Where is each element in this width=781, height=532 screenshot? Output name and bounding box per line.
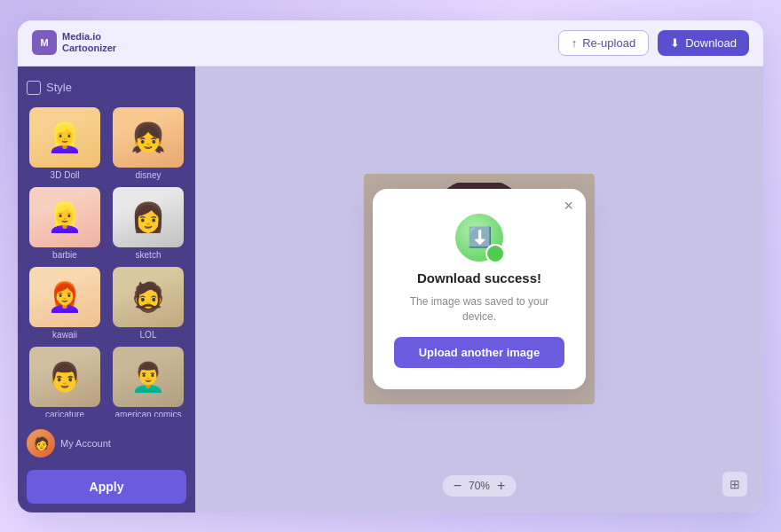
style-name-kawaii: kawaii bbox=[52, 330, 77, 340]
style-name-caricature: caricature bbox=[45, 410, 84, 417]
account-label: My Account bbox=[60, 438, 111, 449]
reupload-icon: ↑ bbox=[572, 36, 578, 50]
style-thumb-barbie: 👱‍♀️ bbox=[29, 187, 100, 247]
style-thumb-kawaii: 👩‍🦰 bbox=[29, 267, 100, 327]
download-success-modal: × ⬇️ ✓ Download success! The image was s… bbox=[373, 189, 586, 389]
logo-icon: M bbox=[32, 30, 57, 55]
account-area: 🧑 My Account bbox=[27, 426, 186, 461]
logo-text: Media.io Cartoonizer bbox=[62, 31, 116, 54]
modal-success-icon: ⬇️ ✓ bbox=[455, 214, 503, 262]
style-thumb-disney: 👧 bbox=[113, 107, 184, 168]
style-name-sketch: sketch bbox=[136, 250, 162, 260]
style-grid: 👱‍♀️3D Doll👧disney👱‍♀️barbie👩sketch👩‍🦰ka… bbox=[27, 107, 186, 417]
style-thumb-american-comics: 👨‍🦱 bbox=[113, 347, 184, 407]
modal-overlay: × ⬇️ ✓ Download success! The image was s… bbox=[195, 66, 763, 512]
download-button[interactable]: ⬇ Download bbox=[658, 30, 749, 56]
download-icon: ⬇ bbox=[670, 36, 680, 50]
modal-title: Download success! bbox=[417, 270, 541, 286]
top-actions: ↑ Re-upload ⬇ Download bbox=[558, 30, 749, 56]
style-thumb-caricature: 👨 bbox=[29, 347, 100, 407]
style-icon bbox=[27, 81, 41, 95]
style-card-sketch[interactable]: 👩sketch bbox=[110, 187, 186, 260]
style-card-lol[interactable]: 🧔LOL bbox=[110, 267, 186, 340]
modal-check-icon: ✓ bbox=[489, 247, 505, 263]
style-name-lol: LOL bbox=[140, 330, 157, 340]
style-card-disney[interactable]: 👧disney bbox=[110, 107, 186, 180]
canvas-area: − 70% + ⊞ × ⬇️ ✓ Download success! The i… bbox=[195, 66, 763, 512]
style-thumb-sketch: 👩 bbox=[113, 187, 184, 247]
main-area: Style 👱‍♀️3D Doll👧disney👱‍♀️barbie👩sketc… bbox=[18, 66, 763, 512]
reupload-button[interactable]: ↑ Re-upload bbox=[558, 30, 650, 56]
style-card-kawaii[interactable]: 👩‍🦰kawaii bbox=[27, 267, 103, 340]
style-name-barbie: barbie bbox=[52, 250, 77, 260]
app-window: M Media.io Cartoonizer ↑ Re-upload ⬇ Dow… bbox=[18, 20, 763, 512]
style-name-3d-doll: 3D Doll bbox=[51, 170, 80, 180]
style-name-american-comics: american comics bbox=[114, 410, 181, 417]
style-card-american-comics[interactable]: 👨‍🦱american comics bbox=[110, 347, 186, 417]
style-card-3d-doll[interactable]: 👱‍♀️3D Doll bbox=[27, 107, 103, 180]
style-card-barbie[interactable]: 👱‍♀️barbie bbox=[27, 187, 103, 260]
avatar: 🧑 bbox=[27, 429, 55, 458]
sidebar: Style 👱‍♀️3D Doll👧disney👱‍♀️barbie👩sketc… bbox=[18, 66, 195, 512]
modal-close-button[interactable]: × bbox=[564, 198, 573, 214]
upload-another-button[interactable]: Upload another image bbox=[394, 337, 564, 368]
top-bar: M Media.io Cartoonizer ↑ Re-upload ⬇ Dow… bbox=[18, 20, 763, 66]
style-name-disney: disney bbox=[136, 170, 162, 180]
style-section-label: Style bbox=[27, 77, 186, 98]
style-thumb-3d-doll: 👱‍♀️ bbox=[29, 107, 100, 168]
modal-subtitle: The image was saved to your device. bbox=[394, 294, 564, 325]
logo-area: M Media.io Cartoonizer bbox=[32, 30, 116, 55]
style-thumb-lol: 🧔 bbox=[113, 267, 184, 327]
style-card-caricature[interactable]: 👨caricature bbox=[27, 347, 103, 417]
apply-button[interactable]: Apply bbox=[27, 470, 186, 504]
